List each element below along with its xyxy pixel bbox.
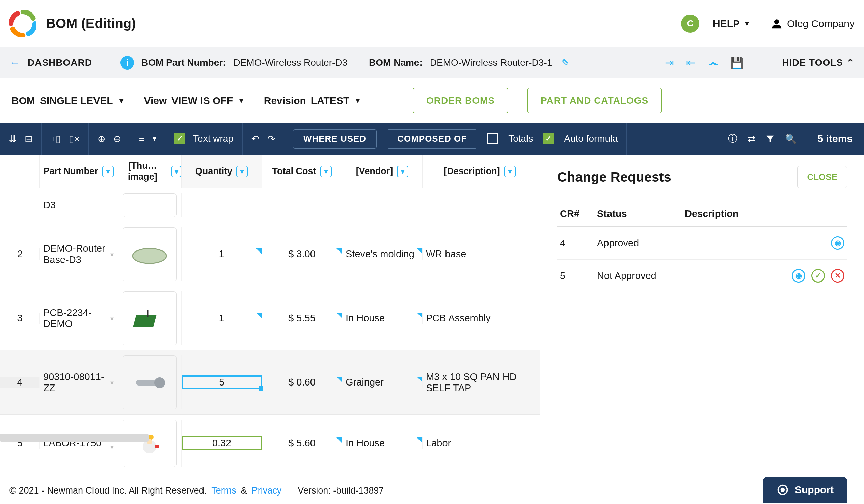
- reject-icon[interactable]: ✕: [831, 269, 844, 283]
- table-row[interactable]: 5 LABOR-1750▾ 0.32 $ 5.60 In House Labor: [0, 415, 540, 469]
- move-up-icon[interactable]: ⊕: [97, 133, 105, 144]
- info-icon[interactable]: ⓘ: [728, 132, 737, 145]
- composed-of-button[interactable]: COMPOSED OF: [387, 129, 477, 148]
- table-row[interactable]: 2 DEMO-Router Base-D3▾ 1 $ 3.00 Steve's …: [0, 222, 540, 286]
- col-partnumber[interactable]: Part Number ▾: [40, 155, 118, 188]
- textwrap-checkbox[interactable]: [174, 133, 185, 144]
- filter-icon[interactable]: ▾: [320, 166, 332, 177]
- save-icon[interactable]: 💾: [730, 56, 744, 69]
- table-row[interactable]: 4 90310-08011-ZZ▾ 5 $ 0.60 Grainger M3 x…: [0, 350, 540, 415]
- cr-col-num: CR#: [557, 202, 594, 227]
- col-quantity[interactable]: Quantity ▾: [182, 155, 262, 188]
- caret-down-icon: ▼: [238, 96, 245, 105]
- col-thumbnail[interactable]: [Thu… image] ▾: [118, 155, 182, 188]
- undo-icon[interactable]: ↶: [251, 133, 259, 144]
- cell-rownum: 2: [0, 249, 40, 260]
- remove-column-icon[interactable]: ▯×: [69, 133, 79, 144]
- cr-status: Not Approved: [594, 260, 682, 292]
- cell-thumb: [118, 193, 182, 217]
- cr-row[interactable]: 5 Not Approved ◉ ✓ ✕: [557, 260, 847, 292]
- where-used-button[interactable]: WHERE USED: [293, 129, 377, 148]
- user-avatar[interactable]: C: [681, 14, 699, 33]
- chevron-down-icon[interactable]: ▾: [110, 251, 114, 259]
- cell-desc: Labor: [422, 437, 537, 449]
- view-dropdown[interactable]: View VIEW IS OFF ▼: [144, 95, 245, 106]
- autoformula-checkbox[interactable]: [543, 133, 554, 144]
- close-button[interactable]: CLOSE: [797, 166, 847, 188]
- svg-point-1: [133, 249, 166, 263]
- cr-num: 5: [557, 260, 594, 292]
- move-down-icon[interactable]: ⊖: [113, 133, 121, 144]
- breadcrumb-bar: ← DASHBOARD i BOM Part Number: DEMO-Wire…: [0, 47, 864, 78]
- cell-qty-selected[interactable]: 5: [182, 375, 262, 389]
- help-menu[interactable]: HELP ▼: [713, 18, 751, 29]
- part-catalogs-button[interactable]: PART AND CATALOGS: [527, 88, 662, 113]
- caret-down-icon: ▾: [153, 134, 156, 143]
- cell-thumb: [118, 291, 182, 345]
- privacy-link[interactable]: Privacy: [252, 485, 282, 496]
- approve-icon[interactable]: ✓: [811, 269, 825, 283]
- footer: © 2021 - Newman Cloud Inc. All Right Res…: [0, 477, 864, 504]
- textwrap-label: Text wrap: [193, 133, 233, 144]
- cell-vendor: In House: [342, 313, 422, 324]
- order-boms-button[interactable]: ORDER BOMS: [413, 88, 508, 113]
- hide-tools-toggle[interactable]: HIDE TOOLS ⌃: [768, 47, 854, 78]
- filter-icon[interactable]: ▾: [397, 166, 408, 177]
- redo-icon[interactable]: ↷: [267, 133, 275, 144]
- filter-icon[interactable]: [766, 134, 775, 143]
- table-row[interactable]: 3 PCB-2234-DEMO▾ 1 $ 5.55 In House PCB A…: [0, 286, 540, 350]
- totals-label: Totals: [508, 133, 533, 144]
- view-icon[interactable]: ◉: [831, 236, 844, 250]
- cr-title: Change Requests: [557, 169, 671, 185]
- cell-qty[interactable]: 1: [182, 249, 262, 260]
- tree-collapse-icon[interactable]: ⊟: [25, 133, 32, 144]
- view-icon[interactable]: ◉: [792, 269, 805, 283]
- cr-row[interactable]: 4 Approved ◉: [557, 227, 847, 260]
- tree-expand-icon[interactable]: ⇊: [9, 133, 16, 144]
- filter-icon[interactable]: ▾: [236, 166, 248, 177]
- cell-cost: $ 5.60: [262, 437, 342, 449]
- revision-dropdown[interactable]: Revision LATEST ▼: [264, 95, 361, 106]
- main-split: Part Number ▾ [Thu… image] ▾ Quantity ▾ …: [0, 155, 864, 469]
- search-icon[interactable]: 🔍: [785, 133, 797, 144]
- cell-desc: WR base: [422, 249, 537, 260]
- table-row[interactable]: D3: [0, 188, 540, 222]
- support-label: Support: [795, 484, 833, 495]
- cell-qty[interactable]: 1: [182, 313, 262, 324]
- chevron-down-icon[interactable]: ▾: [110, 315, 114, 323]
- col-vendor[interactable]: [Vendor] ▾: [342, 155, 422, 188]
- bomname-label: BOM Name:: [369, 57, 422, 68]
- export-icon[interactable]: ⇤: [686, 56, 695, 69]
- svg-rect-9: [155, 445, 159, 448]
- info-icon[interactable]: i: [120, 56, 134, 70]
- align-icon[interactable]: ≡: [139, 133, 144, 144]
- chevron-down-icon[interactable]: ▾: [110, 379, 114, 387]
- cell-part: PCB-2234-DEMO▾: [40, 307, 118, 329]
- user-chip[interactable]: Oleg Company: [771, 18, 854, 29]
- terms-link[interactable]: Terms: [211, 485, 236, 496]
- dashboard-link[interactable]: DASHBOARD: [28, 57, 92, 68]
- col-description[interactable]: [Description] ▾: [422, 155, 537, 188]
- chevron-down-icon[interactable]: ▾: [110, 443, 114, 451]
- cell-qty[interactable]: 0.32: [182, 436, 262, 450]
- back-arrow-icon[interactable]: ←: [10, 57, 20, 69]
- filter-icon[interactable]: ▾: [102, 166, 114, 177]
- cr-table: CR# Status Description 4 Approved ◉ 5 No…: [557, 202, 847, 292]
- add-column-icon[interactable]: +▯: [50, 133, 61, 144]
- totals-checkbox[interactable]: [487, 133, 498, 144]
- filter-icon[interactable]: ▾: [171, 166, 181, 177]
- import-icon[interactable]: ⇥: [665, 56, 674, 69]
- support-button[interactable]: Support: [763, 477, 847, 503]
- edit-icon[interactable]: ✎: [562, 57, 569, 69]
- bom-level-dropdown[interactable]: BOM SINGLE LEVEL ▼: [11, 95, 125, 106]
- person-icon: [771, 18, 782, 29]
- swap-icon[interactable]: ⇄: [747, 133, 755, 144]
- cell-desc: PCB Assembly: [422, 313, 537, 324]
- horizontal-scrollbar[interactable]: [0, 434, 148, 442]
- share-icon[interactable]: ⫘: [707, 57, 718, 69]
- app-logo: [10, 10, 36, 37]
- partnum-value: DEMO-Wireless Router-D3: [233, 57, 347, 68]
- cr-num: 4: [557, 227, 594, 260]
- col-totalcost[interactable]: Total Cost ▾: [262, 155, 342, 188]
- filter-icon[interactable]: ▾: [504, 166, 516, 177]
